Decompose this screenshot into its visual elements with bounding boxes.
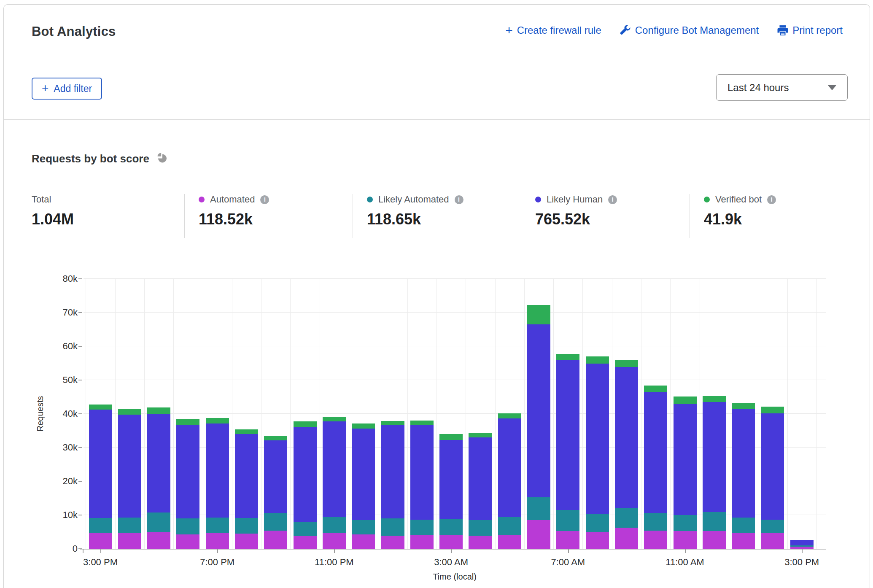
info-icon[interactable]: i [608, 195, 617, 204]
bar-segment-automated[interactable] [381, 536, 404, 549]
bar-segment-likely-human[interactable] [89, 410, 112, 518]
info-icon[interactable]: i [767, 195, 776, 204]
bar-segment-likely-automated[interactable] [294, 522, 317, 537]
bar-segment-automated[interactable] [732, 533, 755, 549]
bar-segment-likely-human[interactable] [294, 427, 317, 522]
bar-segment-automated[interactable] [644, 531, 667, 549]
bar-segment-verified-bot[interactable] [498, 413, 521, 418]
bar-segment-likely-automated[interactable] [527, 497, 550, 520]
bar-segment-automated[interactable] [176, 534, 199, 549]
bar-segment-verified-bot[interactable] [586, 356, 609, 364]
bar-segment-verified-bot[interactable] [644, 386, 667, 392]
bar-segment-verified-bot[interactable] [381, 421, 404, 425]
bar-segment-likely-automated[interactable] [176, 518, 199, 534]
bar-segment-verified-bot[interactable] [206, 418, 229, 423]
bar-segment-likely-automated[interactable] [703, 512, 726, 531]
bar-segment-verified-bot[interactable] [674, 396, 697, 404]
time-range-dropdown[interactable]: Last 24 hours [716, 74, 848, 101]
bar-segment-likely-automated[interactable] [498, 517, 521, 535]
bar-segment-likely-automated[interactable] [235, 518, 258, 534]
bar-segment-verified-bot[interactable] [176, 419, 199, 425]
bar-segment-likely-automated[interactable] [264, 513, 287, 531]
create-firewall-rule-link[interactable]: + Create firewall rule [505, 24, 601, 36]
bar-segment-likely-human[interactable] [498, 418, 521, 517]
bar-segment-automated[interactable] [586, 532, 609, 549]
bar-segment-automated[interactable] [615, 528, 638, 549]
bar-segment-automated[interactable] [674, 531, 697, 549]
bar-segment-automated[interactable] [147, 532, 170, 549]
bar-segment-verified-bot[interactable] [235, 429, 258, 434]
bar-segment-verified-bot[interactable] [761, 407, 784, 413]
bar-segment-likely-human[interactable] [264, 440, 287, 513]
bar-segment-likely-automated[interactable] [89, 518, 112, 533]
bar-segment-automated[interactable] [89, 533, 112, 549]
bar-segment-automated[interactable] [294, 536, 317, 549]
bar-segment-likely-automated[interactable] [352, 520, 375, 534]
bar-segment-verified-bot[interactable] [439, 434, 463, 440]
configure-bot-management-link[interactable]: Configure Bot Management [620, 24, 759, 36]
bar-segment-likely-human[interactable] [323, 421, 346, 517]
bar-segment-automated[interactable] [761, 533, 784, 549]
bar-segment-likely-human[interactable] [586, 364, 609, 515]
bar-segment-likely-human[interactable] [703, 402, 726, 512]
bar-segment-likely-human[interactable] [674, 404, 697, 515]
bar-segment-likely-automated[interactable] [469, 520, 492, 536]
bar-segment-verified-bot[interactable] [352, 423, 375, 429]
bar-segment-verified-bot[interactable] [410, 421, 434, 425]
print-report-link[interactable]: Print report [777, 24, 843, 36]
bar-segment-likely-human[interactable] [118, 415, 141, 518]
bar-segment-likely-automated[interactable] [674, 515, 697, 531]
bar-segment-likely-automated[interactable] [118, 518, 141, 532]
bar-segment-likely-human[interactable] [439, 440, 463, 519]
bar-segment-verified-bot[interactable] [527, 305, 550, 324]
info-icon[interactable]: i [260, 195, 269, 204]
bar-segment-likely-automated[interactable] [790, 545, 814, 547]
bar-segment-likely-automated[interactable] [381, 518, 404, 536]
bar-segment-automated[interactable] [469, 536, 492, 549]
bar-segment-verified-bot[interactable] [294, 421, 317, 427]
bar-segment-verified-bot[interactable] [323, 417, 346, 421]
bar-segment-likely-human[interactable] [615, 367, 638, 508]
bar-segment-verified-bot[interactable] [469, 433, 492, 437]
bar-segment-likely-automated[interactable] [206, 518, 229, 533]
bar-segment-likely-human[interactable] [644, 392, 667, 513]
bar-segment-automated[interactable] [439, 535, 463, 549]
bar-segment-likely-human[interactable] [381, 425, 404, 518]
bar-segment-likely-automated[interactable] [323, 517, 346, 533]
bar-segment-likely-automated[interactable] [732, 518, 755, 532]
bar-segment-likely-human[interactable] [556, 360, 579, 510]
bar-segment-likely-human[interactable] [410, 425, 434, 520]
bar-segment-automated[interactable] [527, 520, 550, 549]
bar-segment-automated[interactable] [264, 531, 287, 549]
bar-segment-likely-automated[interactable] [761, 520, 784, 533]
bar-segment-likely-automated[interactable] [556, 510, 579, 531]
bar-segment-likely-human[interactable] [469, 437, 492, 520]
bar-segment-verified-bot[interactable] [615, 360, 638, 367]
bar-segment-verified-bot[interactable] [264, 436, 287, 440]
bar-segment-likely-automated[interactable] [586, 514, 609, 532]
bar-segment-verified-bot[interactable] [89, 405, 112, 409]
bar-segment-verified-bot[interactable] [556, 354, 579, 360]
bar-segment-automated[interactable] [703, 531, 726, 549]
bar-segment-likely-human[interactable] [527, 324, 550, 497]
bar-segment-likely-human[interactable] [206, 423, 229, 518]
bar-segment-likely-human[interactable] [790, 540, 814, 545]
bar-segment-automated[interactable] [352, 534, 375, 549]
bar-segment-verified-bot[interactable] [118, 409, 141, 415]
add-filter-button[interactable]: + Add filter [32, 78, 102, 100]
bar-segment-likely-automated[interactable] [147, 512, 170, 532]
bar-segment-likely-automated[interactable] [644, 513, 667, 531]
bar-segment-automated[interactable] [118, 533, 141, 549]
bar-segment-likely-human[interactable] [176, 425, 199, 518]
bar-segment-likely-human[interactable] [352, 429, 375, 520]
bar-segment-likely-human[interactable] [147, 414, 170, 512]
info-icon[interactable]: i [455, 195, 463, 204]
bar-segment-automated[interactable] [235, 534, 258, 549]
bar-segment-verified-bot[interactable] [703, 396, 726, 402]
bar-segment-likely-human[interactable] [761, 413, 784, 520]
bar-segment-likely-human[interactable] [235, 434, 258, 518]
bar-segment-automated[interactable] [206, 533, 229, 549]
bar-segment-verified-bot[interactable] [732, 403, 755, 409]
bar-segment-likely-automated[interactable] [439, 519, 463, 535]
bar-segment-automated[interactable] [410, 535, 434, 549]
